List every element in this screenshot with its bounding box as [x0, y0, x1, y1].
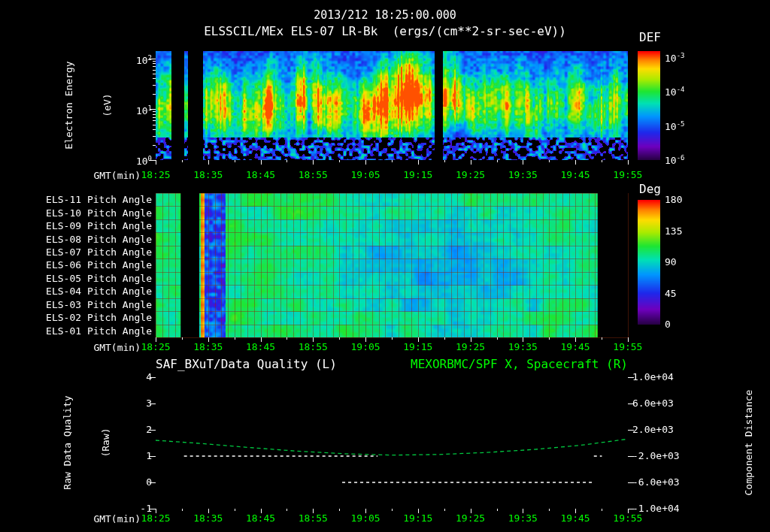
- time-tick-label: 19:25: [454, 170, 487, 180]
- time-tick-label: 19:05: [349, 342, 382, 352]
- time-tick-label: 18:35: [192, 342, 225, 352]
- time-tick-label: 18:35: [192, 513, 225, 524]
- time-tick-label: 18:45: [244, 513, 277, 524]
- raw-quality-axis-label-line2: (Raw): [99, 367, 112, 518]
- time-tick-label: 18:55: [296, 170, 329, 180]
- deg-tick-label: 45: [665, 288, 695, 300]
- distance-tick-label: 6.0e+03: [632, 397, 687, 410]
- time-axis-ticks-middle: 18:2518:3518:4518:5519:0519:1519:2519:35…: [139, 342, 644, 352]
- time-tick-label: 19:45: [559, 513, 592, 524]
- electron-energy-axis-label: Electron Energy (eV): [37, 41, 62, 169]
- deg-tick-label: 90: [665, 256, 695, 268]
- time-tick-label: 19:15: [402, 170, 435, 180]
- deg-colorbar-title: Deg: [639, 183, 661, 195]
- time-tick-label: 19:45: [559, 170, 592, 180]
- time-tick-label: 19:55: [611, 170, 644, 180]
- deg-colorbar-ticks: 18013590450: [665, 194, 695, 331]
- distance-axis-ticks: 1.0e+046.0e+032.0e+03-2.0e+03-6.0e+03-1.…: [632, 371, 687, 515]
- pitch-angle-row-label: ELS-10 Pitch Angle: [30, 206, 152, 219]
- time-tick-label: 19:35: [506, 342, 539, 352]
- time-tick-label: 18:25: [139, 513, 172, 524]
- time-tick-label: 19:55: [611, 342, 644, 352]
- pitch-angle-row-label: ELS-02 Pitch Angle: [30, 311, 152, 324]
- electron-energy-axis-label-line1: Electron Energy: [62, 41, 75, 169]
- time-tick-label: 19:25: [454, 342, 487, 352]
- def-colorbar-ticks: 10-310-410-510-6: [665, 50, 710, 164]
- pitch-angle-row-label: ELS-01 Pitch Angle: [30, 325, 152, 337]
- time-tick-label: 18:25: [139, 170, 172, 180]
- spectrogram-page: 2013/212 18:25:00.000 ELSSCIL/MEx ELS-07…: [0, 0, 770, 532]
- energy-tick-label: 100: [111, 153, 152, 165]
- time-axis-ticks-top: 18:2518:3518:4518:5519:0519:1519:2519:35…: [139, 170, 644, 180]
- def-colorbar-title: DEF: [639, 32, 661, 44]
- quality-tick-label: 3: [111, 397, 152, 410]
- pitch-angle-row-label: ELS-04 Pitch Angle: [30, 285, 152, 298]
- time-tick-label: 19:55: [611, 513, 644, 524]
- time-tick-label: 19:05: [349, 170, 382, 180]
- def-tick-label: 10-3: [665, 50, 710, 62]
- pitch-angle-row-labels: ELS-11 Pitch AngleELS-10 Pitch AngleELS-…: [30, 193, 152, 337]
- raw-quality-axis-label-line1: Raw Data Quality: [61, 367, 74, 518]
- energy-tick-label: 101: [111, 102, 152, 114]
- time-tick-label: 19:35: [506, 513, 539, 524]
- quality-axis-ticks: 43210-1: [111, 371, 152, 515]
- deg-tick-label: 0: [665, 319, 695, 331]
- time-tick-label: 19:15: [402, 342, 435, 352]
- time-tick-label: 18:55: [296, 513, 329, 524]
- def-colorbar: [638, 51, 660, 160]
- def-tick-label: 10-4: [665, 83, 710, 95]
- spacecraft-series-title: MEXORBMC/SPF X, Spacecraft (R): [411, 358, 628, 370]
- energy-spectrogram-panel: [156, 51, 628, 160]
- quality-tick-label: 0: [111, 476, 152, 488]
- distance-tick-label: 1.0e+04: [632, 371, 687, 383]
- deg-colorbar: [638, 200, 660, 325]
- pitch-angle-panel: [156, 193, 628, 337]
- quality-tick-label: 1: [111, 450, 152, 462]
- raw-quality-axis-label: Raw Data Quality (Raw): [35, 367, 61, 518]
- time-tick-label: 18:25: [139, 342, 172, 352]
- time-tick-label: 18:45: [244, 170, 277, 180]
- time-tick-label: 19:25: [454, 513, 487, 524]
- deg-tick-label: 180: [665, 194, 695, 206]
- quality-tick-label: 2: [111, 424, 152, 436]
- gmt-axis-label-middle: GMT(min): [79, 342, 141, 354]
- pitch-angle-row-label: ELS-11 Pitch Angle: [30, 193, 152, 206]
- time-tick-label: 19:35: [506, 170, 539, 180]
- pitch-angle-row-label: ELS-08 Pitch Angle: [30, 232, 152, 245]
- pitch-angle-row-label: ELS-06 Pitch Angle: [30, 258, 152, 271]
- timestamp-title: 2013/212 18:25:00.000: [0, 9, 770, 21]
- deg-tick-label: 135: [665, 225, 695, 237]
- time-tick-label: 19:15: [402, 513, 435, 524]
- pitch-angle-row-label: ELS-03 Pitch Angle: [30, 298, 152, 311]
- pitch-angle-row-label: ELS-05 Pitch Angle: [30, 272, 152, 285]
- quality-series-title: SAF_BXuT/Data Quality (L): [156, 358, 337, 370]
- time-tick-label: 18:45: [244, 342, 277, 352]
- quality-tick-label: 4: [111, 371, 152, 383]
- distance-tick-label: 2.0e+03: [632, 424, 687, 436]
- gmt-axis-label-bottom: GMT(min): [79, 513, 141, 525]
- distance-tick-label: -2.0e+03: [632, 450, 687, 462]
- component-distance-axis-label: Component Distance (km): [717, 364, 742, 521]
- distance-tick-label: -6.0e+03: [632, 476, 687, 488]
- quality-distance-panel: [156, 377, 628, 509]
- pitch-angle-row-label: ELS-09 Pitch Angle: [30, 219, 152, 232]
- component-distance-axis-label-line1: Component Distance: [742, 364, 755, 521]
- pitch-angle-row-label: ELS-07 Pitch Angle: [30, 246, 152, 258]
- time-tick-label: 19:05: [349, 513, 382, 524]
- time-tick-label: 19:45: [559, 342, 592, 352]
- def-tick-label: 10-5: [665, 118, 710, 130]
- gmt-axis-label-top: GMT(min): [79, 170, 141, 182]
- def-tick-label: 10-6: [665, 152, 710, 164]
- energy-axis-ticks: 102101100: [111, 52, 152, 165]
- time-tick-label: 18:35: [192, 170, 225, 180]
- time-axis-ticks-bottom: 18:2518:3518:4518:5519:0519:1519:2519:35…: [139, 513, 644, 524]
- time-tick-label: 18:55: [296, 342, 329, 352]
- energy-tick-label: 102: [111, 52, 152, 64]
